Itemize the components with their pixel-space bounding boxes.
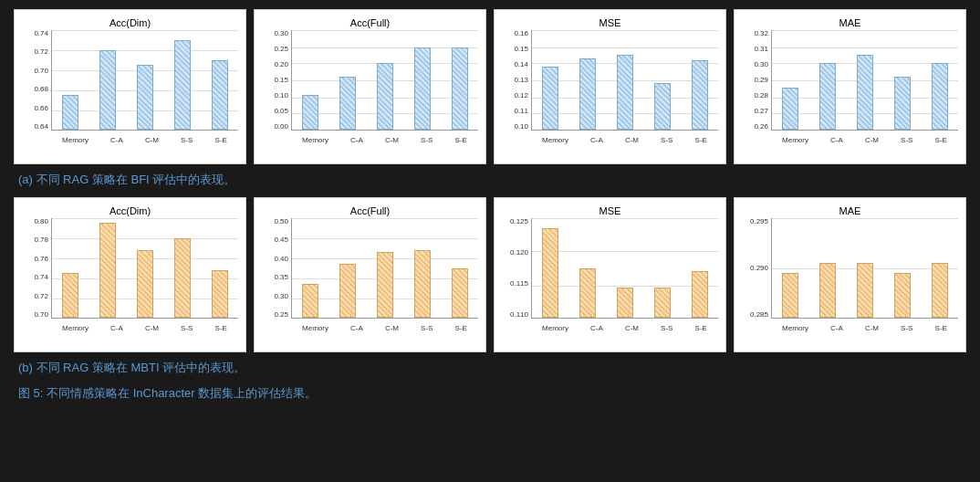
mbti-mae-xlabels: Memory C-A C-M S-S S-E xyxy=(771,319,958,337)
bar-cm xyxy=(377,252,393,318)
bar-ss xyxy=(174,40,191,130)
bfi-accfull-chart: Acc(Full) 0.30 0.25 0.20 0.15 0.10 0.05 … xyxy=(254,9,486,164)
bfi-mae-xlabels: Memory C-A C-M S-S S-E xyxy=(771,131,958,149)
bar-se xyxy=(692,271,708,318)
bar-group-memory xyxy=(62,30,78,130)
mbti-accdim-area: 0.80 0.78 0.76 0.74 0.72 0.70 xyxy=(22,218,238,337)
mbti-accdim-chart: Acc(Dim) 0.80 0.78 0.76 0.74 0.72 0.70 xyxy=(14,197,246,352)
bfi-accfull-bars xyxy=(291,30,478,131)
bar-group-memory xyxy=(302,218,318,318)
bar-group-ca xyxy=(339,30,356,130)
bar-group-se xyxy=(452,218,468,318)
bfi-mse-xlabels: Memory C-A C-M S-S S-E xyxy=(531,131,718,149)
bar-group-memory xyxy=(62,218,78,318)
bar-se xyxy=(452,47,468,130)
bfi-accfull-yaxis: 0.30 0.25 0.20 0.15 0.10 0.05 0.00 xyxy=(262,30,291,131)
bfi-mse-area: 0.16 0.15 0.14 0.13 0.12 0.11 0.10 xyxy=(502,30,718,149)
mbti-accfull-yaxis: 0.50 0.45 0.40 0.35 0.30 0.25 xyxy=(262,218,291,319)
bar-ca xyxy=(579,58,596,130)
bar-se xyxy=(932,63,948,130)
bar-group-se xyxy=(212,30,228,130)
mbti-accfull-xlabels: Memory C-A C-M S-S S-E xyxy=(291,319,478,337)
bar-group-ca xyxy=(339,218,356,318)
bar-se xyxy=(452,268,468,319)
bar-ca xyxy=(579,268,596,319)
bar-group-ss xyxy=(894,218,911,318)
mbti-mae-yaxis: 0.295 0.290 0.285 xyxy=(742,218,771,319)
bar-group-ss xyxy=(894,30,911,130)
bar-group-cm xyxy=(617,30,633,130)
bar-memory xyxy=(62,273,78,318)
mbti-accfull-bars xyxy=(291,218,478,319)
bar-group-memory xyxy=(782,218,798,318)
bar-ss xyxy=(894,273,911,318)
mbti-mse-title: MSE xyxy=(502,205,718,216)
bar-memory xyxy=(782,88,798,130)
bar-group-se xyxy=(692,30,708,130)
bar-cm xyxy=(617,55,633,130)
bar-ca xyxy=(99,50,116,130)
bfi-mse-bars xyxy=(531,30,718,131)
bfi-mae-chart: MAE 0.32 0.31 0.30 0.29 0.28 0.27 0.26 xyxy=(734,9,966,164)
mbti-mse-area: 0.125 0.120 0.115 0.110 xyxy=(502,218,718,337)
mbti-mae-title: MAE xyxy=(742,205,958,216)
bar-group-ss xyxy=(654,30,671,130)
bfi-accdim-xlabels: Memory C-A C-M S-S S-E xyxy=(51,131,238,149)
bfi-accdim-area: 0.74 0.72 0.70 0.68 0.66 0.64 xyxy=(22,30,238,149)
bar-group-ca xyxy=(819,30,836,130)
bar-group-ca xyxy=(99,30,116,130)
bfi-mse-chart: MSE 0.16 0.15 0.14 0.13 0.12 0.11 0.10 xyxy=(494,9,726,164)
mbti-mae-bars xyxy=(771,218,958,319)
mbti-mae-area: 0.295 0.290 0.285 xyxy=(742,218,958,337)
bfi-mse-yaxis: 0.16 0.15 0.14 0.13 0.12 0.11 0.10 xyxy=(502,30,531,131)
bar-group-se xyxy=(452,30,468,130)
bar-ca xyxy=(339,77,356,130)
figure-caption: 图 5: 不同情感策略在 InCharacter 数据集上的评估结果。 xyxy=(14,385,966,402)
bar-group-ca xyxy=(99,218,116,318)
bar-ss xyxy=(174,238,191,318)
bfi-mae-bars xyxy=(771,30,958,131)
mbti-mse-yaxis: 0.125 0.120 0.115 0.110 xyxy=(502,218,531,319)
bar-group-se xyxy=(932,30,948,130)
mbti-accdim-bars xyxy=(51,218,238,319)
bar-se xyxy=(932,263,948,318)
mbti-accfull-chart: Acc(Full) 0.50 0.45 0.40 0.35 0.30 0.25 xyxy=(254,197,486,352)
bar-group-se xyxy=(932,218,948,318)
bar-se xyxy=(692,60,708,130)
bar-group-memory xyxy=(782,30,798,130)
bar-ss xyxy=(654,288,671,318)
mbti-accdim-xlabels: Memory C-A C-M S-S S-E xyxy=(51,319,238,337)
mbti-mae-chart: MAE 0.295 0.290 0.285 xyxy=(734,197,966,352)
bfi-accfull-xlabels: Memory C-A C-M S-S S-E xyxy=(291,131,478,149)
bar-group-cm xyxy=(617,218,633,318)
bar-memory xyxy=(542,228,558,318)
bfi-accdim-title: Acc(Dim) xyxy=(22,17,238,28)
bar-ss xyxy=(894,77,911,130)
bar-group-ss xyxy=(174,218,191,318)
bar-ss xyxy=(414,250,431,318)
bar-ss xyxy=(414,47,431,130)
main-container: Acc(Dim) 0.74 0.72 0.70 0.68 0.66 0.64 xyxy=(14,9,966,402)
bfi-charts-row: Acc(Dim) 0.74 0.72 0.70 0.68 0.66 0.64 xyxy=(14,9,966,164)
bfi-mae-yaxis: 0.32 0.31 0.30 0.29 0.28 0.27 0.26 xyxy=(742,30,771,131)
bfi-mae-title: MAE xyxy=(742,17,958,28)
bar-cm xyxy=(137,65,153,130)
bar-se xyxy=(212,270,228,318)
bfi-accfull-title: Acc(Full) xyxy=(262,17,478,28)
mbti-accdim-title: Acc(Dim) xyxy=(22,205,238,216)
bfi-accdim-yaxis: 0.74 0.72 0.70 0.68 0.66 0.64 xyxy=(22,30,51,131)
bar-memory xyxy=(782,273,798,318)
bar-cm xyxy=(857,263,873,318)
bar-cm xyxy=(137,250,153,318)
bar-memory xyxy=(542,67,558,130)
bar-memory xyxy=(302,284,318,318)
bar-group-se xyxy=(212,218,228,318)
bfi-accdim-bars xyxy=(51,30,238,131)
mbti-charts-row: Acc(Dim) 0.80 0.78 0.76 0.74 0.72 0.70 xyxy=(14,197,966,352)
bar-group-ss xyxy=(414,218,431,318)
bar-group-cm xyxy=(377,218,393,318)
bfi-accdim-chart: Acc(Dim) 0.74 0.72 0.70 0.68 0.66 0.64 xyxy=(14,9,246,164)
bar-group-memory xyxy=(542,218,558,318)
bar-cm xyxy=(617,288,633,318)
bar-group-ca xyxy=(579,218,596,318)
